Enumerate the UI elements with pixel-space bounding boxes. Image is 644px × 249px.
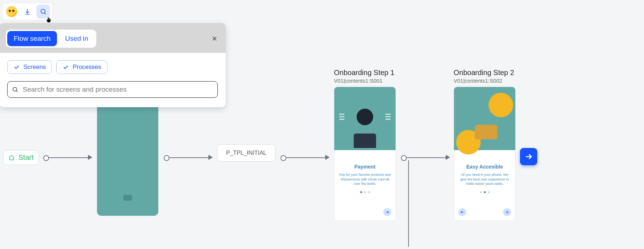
screen-card-onboarding-2[interactable]: Onboarding Step 2 V01|contents1:S002 Eas… bbox=[454, 69, 515, 221]
screen-heading: Payment bbox=[354, 164, 375, 170]
check-icon bbox=[13, 64, 20, 70]
start-node[interactable]: Start bbox=[3, 150, 39, 165]
arrow-right-icon bbox=[505, 210, 509, 214]
edge bbox=[286, 157, 325, 158]
search-field[interactable] bbox=[7, 81, 218, 98]
port[interactable] bbox=[43, 155, 49, 161]
filter-screens-label: Screens bbox=[23, 64, 46, 71]
tab-flow-search[interactable]: Flow search bbox=[7, 31, 57, 46]
search-input[interactable] bbox=[22, 85, 213, 94]
home-icon bbox=[8, 154, 15, 161]
process-label: P_TPL_INITIAL bbox=[226, 150, 266, 156]
arrow-icon bbox=[446, 155, 450, 160]
arrow-right-icon bbox=[524, 152, 533, 161]
close-button[interactable] bbox=[210, 34, 219, 43]
port[interactable] bbox=[164, 155, 169, 161]
screen-frame: Easy Accesible All you need in your phon… bbox=[454, 87, 516, 221]
screen-frame: Payment Pay for your favorite products a… bbox=[334, 87, 396, 221]
arrow-icon bbox=[325, 155, 330, 160]
next-button[interactable] bbox=[383, 208, 391, 216]
screen-heading: Easy Accesible bbox=[466, 164, 503, 170]
page-dots bbox=[360, 191, 370, 193]
arrow-icon bbox=[88, 155, 92, 160]
filter-processes-label: Processes bbox=[72, 64, 101, 71]
screen-title: Onboarding Step 2 bbox=[454, 69, 515, 77]
filter-screens[interactable]: Screens bbox=[7, 60, 52, 74]
arrow-right-icon bbox=[385, 210, 389, 214]
screen-desc: Pay for your favorite products and #N()s… bbox=[338, 172, 392, 186]
screen-hero bbox=[454, 87, 515, 150]
edge bbox=[169, 157, 208, 158]
port[interactable] bbox=[281, 155, 286, 161]
screen-hero bbox=[334, 87, 396, 150]
tab-group: Flow search Used in bbox=[6, 30, 96, 48]
edge-vertical bbox=[408, 160, 409, 247]
continue-button[interactable] bbox=[520, 148, 537, 165]
arrow-icon bbox=[208, 155, 213, 160]
search-panel: Flow search Used in Screens Processes bbox=[0, 23, 226, 107]
process-node[interactable]: P_TPL_INITIAL bbox=[217, 144, 275, 162]
check-icon bbox=[62, 64, 69, 70]
search-icon bbox=[12, 86, 18, 93]
edge bbox=[407, 157, 446, 158]
next-button[interactable] bbox=[503, 208, 511, 216]
filter-processes[interactable]: Processes bbox=[56, 60, 107, 74]
edge bbox=[49, 157, 88, 158]
page-dots bbox=[480, 191, 490, 193]
screen-title: Onboarding Step 1 bbox=[334, 69, 395, 77]
prev-button[interactable] bbox=[458, 208, 466, 216]
screen-card-onboarding-1[interactable]: Onboarding Step 1 V01|contents1:S001 Pay… bbox=[334, 69, 395, 221]
arrow-left-icon bbox=[460, 210, 464, 214]
port[interactable] bbox=[401, 155, 407, 161]
svg-point-1 bbox=[13, 87, 17, 91]
screen-desc: All you need in your phone. We give the … bbox=[458, 172, 512, 186]
start-label: Start bbox=[18, 153, 34, 162]
tab-used-in[interactable]: Used in bbox=[58, 31, 94, 46]
close-icon bbox=[211, 35, 218, 42]
screen-chip bbox=[123, 195, 132, 201]
screen-ref: V01|contents1:S001 bbox=[334, 78, 395, 84]
screen-ref: V01|contents1:S002 bbox=[454, 78, 515, 84]
